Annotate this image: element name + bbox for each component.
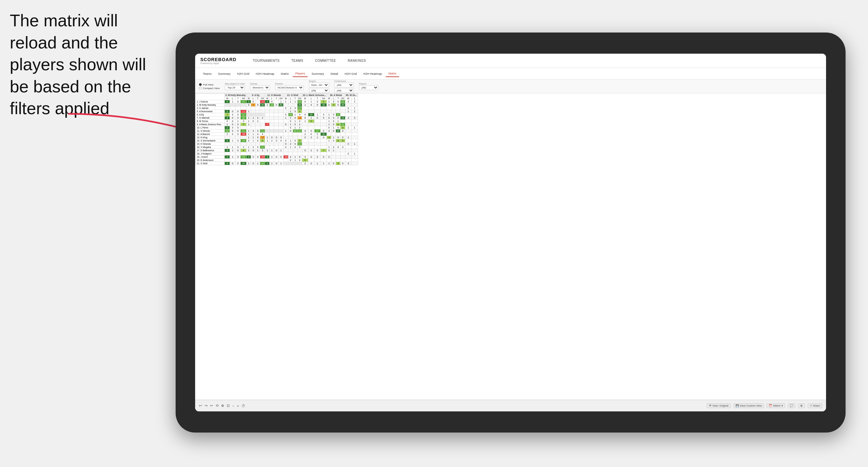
nav-teams[interactable]: TEAMS (289, 58, 305, 64)
subh-w1: W (225, 97, 230, 100)
view-original-label: View: Original (713, 404, 728, 407)
matrix-cell: 35 (297, 103, 302, 107)
matrix-cell: 2 (314, 155, 320, 159)
subh-d5: Dif (320, 97, 327, 100)
matrix-cell: 4 (320, 117, 327, 120)
conference-select[interactable]: (All) (334, 83, 354, 88)
matrix-cell: 3 (225, 126, 230, 129)
fit-icon[interactable]: ⊡ (227, 404, 229, 408)
subh-l5: L (308, 97, 314, 100)
subnav-detail[interactable]: Detail (328, 71, 341, 77)
matrix-cell (256, 152, 260, 155)
region-sub-select[interactable]: (All) (309, 88, 329, 93)
table-row: 21. O Stoll40030101143101221110903 (195, 162, 358, 165)
matrix-cell (345, 133, 351, 136)
region-select[interactable]: East - DII (309, 83, 329, 88)
subnav-summary2[interactable]: Summary (309, 71, 327, 77)
subh-l3: L (270, 97, 274, 100)
redo-icon[interactable]: ↪ (205, 404, 208, 408)
zoom-icon[interactable]: ⊕ (221, 404, 224, 408)
matrix-cell (241, 143, 247, 146)
minus-icon[interactable]: − (232, 404, 234, 408)
view-original-button[interactable]: 👁 View: Original (707, 403, 731, 408)
subnav-h2h-heatmap2[interactable]: H2H Heatmap (361, 71, 384, 77)
matrix-cell (265, 133, 270, 136)
forward-icon[interactable]: ⟲ (216, 404, 219, 408)
table-row: 2. M Kelly Mulcahy0704011005035140450604… (195, 103, 358, 107)
matrix-cell: 3 (351, 117, 358, 120)
clock-icon[interactable]: ⏱ (242, 404, 245, 408)
subnav-h2h-grid[interactable]: H2H Grid (235, 71, 252, 77)
comment-button[interactable]: 💬 (788, 403, 796, 408)
nav-tournaments[interactable]: TOURNAMENTS (251, 58, 282, 64)
nav-committee[interactable]: COMMITTEE (313, 58, 338, 64)
matrix-cell: 0 (256, 139, 260, 143)
matrix-cell: 20 (336, 129, 341, 133)
matrix-cell (283, 162, 288, 165)
watch-chevron: ▾ (781, 404, 783, 407)
matrix-cell: 0 (336, 100, 341, 103)
matrix-cell: 25 (308, 113, 314, 117)
matrix-cell: 24 (341, 117, 345, 120)
subnav-summary[interactable]: Summary (216, 71, 234, 77)
layout-button[interactable]: ⊞ (798, 403, 805, 408)
compact-view-radio[interactable] (199, 87, 202, 89)
matrix-cell: 11 (341, 100, 345, 103)
subnav-matrix2[interactable]: Matrix (386, 70, 399, 77)
subnav-teams[interactable]: Teams (200, 71, 214, 77)
matrix-cell (302, 107, 308, 110)
matrix-cell (314, 110, 320, 113)
gender-select[interactable]: Women's (250, 85, 270, 90)
player-name-cell: 16. X Mogaha (195, 146, 225, 149)
plus-icon[interactable]: + (237, 404, 239, 408)
subnav-h2h-heatmap[interactable]: H2H Heatmap (253, 71, 277, 77)
matrix-cell: 1 (247, 146, 251, 149)
matrix-cell: 1 (293, 120, 297, 123)
matrix-cell: 2 (288, 107, 293, 110)
matrix-cell: 1 (247, 120, 251, 123)
matrix-cell: 1 (288, 100, 293, 103)
matrix-cell: 1 (345, 126, 351, 129)
matrix-cell: 0 (297, 159, 302, 162)
matrix-cell (274, 129, 279, 133)
matrix-cell: 1 (327, 113, 331, 117)
matrix-container[interactable]: 2. M Kelly Mulcahy 6. A Dy 11. G Woods 2… (195, 93, 826, 400)
matrix-cell (279, 123, 283, 126)
division-select[interactable]: NCAA Division II (275, 85, 304, 90)
matrix-cell: 0 (320, 136, 327, 139)
matrix-cell (225, 103, 230, 107)
matrix-cell (283, 110, 288, 113)
matrix-cell: 0 (283, 139, 288, 143)
player-name-cell: 15. H Stranda (195, 143, 225, 146)
back-icon[interactable]: ↩ (210, 404, 213, 408)
subnav-matrix[interactable]: Matrix (278, 71, 292, 77)
subnav-h2h-grid2[interactable]: H2H Grid (342, 71, 360, 77)
watch-button[interactable]: ⏰ Watch ▾ (767, 403, 785, 408)
matrix-cell: 0 (341, 136, 345, 139)
matrix-cell: 0 (235, 146, 240, 149)
compact-view-option[interactable]: Compact View (199, 87, 219, 90)
share-button[interactable]: ↗ Share (807, 403, 822, 408)
matrix-cell: 2 (225, 146, 230, 149)
matrix-cell (270, 133, 274, 136)
matrix-cell: 0 (274, 162, 279, 165)
matrix-cell (247, 143, 251, 146)
matrix-cell (230, 152, 235, 155)
players-select[interactable]: (All) (359, 85, 378, 90)
full-view-option[interactable]: Full View (199, 83, 219, 86)
full-view-radio[interactable] (199, 83, 202, 86)
matrix-cell (279, 143, 283, 146)
matrix-cell: 0 (225, 120, 230, 123)
matrix-cell (293, 152, 297, 155)
conference-sub-select[interactable]: (All) (334, 88, 354, 93)
matrix-cell (270, 143, 274, 146)
matrix-cell: 2 (297, 123, 302, 126)
subnav-players[interactable]: Players (293, 70, 308, 77)
max-players-select[interactable]: Top 25 (225, 85, 245, 90)
save-custom-view-button[interactable]: 💾 Save Custom View (733, 403, 764, 408)
matrix-cell: 1 (283, 129, 288, 133)
matrix-cell: 0 (230, 133, 235, 136)
nav-rankings[interactable]: RANKINGS (346, 58, 368, 64)
undo-icon[interactable]: ↩ (199, 404, 202, 408)
matrix-cell: 0 (293, 117, 297, 120)
